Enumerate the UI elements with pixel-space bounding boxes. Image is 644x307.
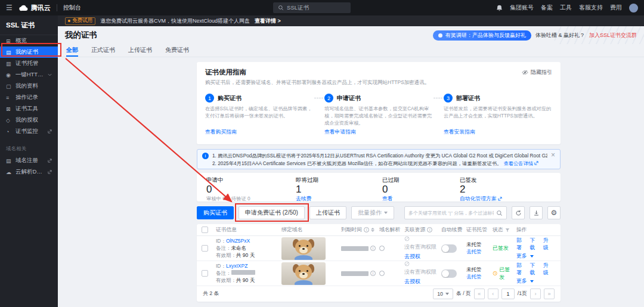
promo-text: 邀您免费试用云服务器CVM，快速使用NextCloud搭建个人网盘 — [100, 17, 250, 25]
more-link[interactable]: 更多 — [516, 278, 527, 285]
tab-free-certs[interactable]: 免费证书 — [165, 44, 189, 57]
auto-renew-toggle[interactable] — [441, 244, 457, 253]
tab-all[interactable]: 全部 — [66, 44, 78, 57]
external-link-icon — [534, 161, 538, 165]
hamburger-menu-icon[interactable]: ☰ — [6, 4, 13, 12]
row-checkbox[interactable] — [202, 270, 208, 277]
sidebar-item-cert-tools[interactable]: ⊠ 证书工具 — [0, 103, 58, 114]
first-page-button[interactable]: « — [474, 289, 485, 299]
hosting-status: 未托管 — [466, 266, 482, 273]
batch-operations-button[interactable]: 批量操作 — [351, 206, 394, 219]
sidebar-item-label: 证书监控 — [16, 128, 38, 135]
filter-funnel-icon[interactable] — [505, 228, 510, 232]
search-input[interactable] — [408, 210, 494, 216]
sidebar-item-my-authorization[interactable]: ◇ 我的授权 — [0, 114, 58, 126]
nav-support[interactable]: 客服支持 — [579, 4, 603, 12]
no-permission-icon — [404, 261, 410, 266]
upgrade-link[interactable]: 升级 — [543, 262, 553, 277]
nav-icp-filing[interactable]: 备案 — [541, 4, 553, 12]
stat-value: 1 — [296, 184, 382, 195]
buy-certificate-button[interactable]: 购买证书 — [197, 206, 234, 219]
automation-link[interactable]: 自动化管理方案 — [460, 195, 551, 201]
more-link[interactable]: 更多 — [516, 253, 527, 260]
hosting-link[interactable]: 去托管 — [466, 274, 482, 280]
bell-icon[interactable] — [496, 5, 503, 11]
sidebar-item-cert-hosting[interactable]: ▥ 证书托管 — [0, 58, 58, 69]
close-icon[interactable]: × — [551, 152, 555, 166]
next-page-button[interactable]: › — [530, 289, 541, 299]
chevron-down-icon — [384, 212, 388, 214]
download-link[interactable]: 下载 — [530, 262, 540, 277]
auto-renew-toggle[interactable] — [441, 269, 457, 278]
promo-details-link[interactable]: 查看详情 > — [255, 17, 281, 25]
authorize-link[interactable]: 去授权 — [404, 278, 420, 286]
sidebar-item-label: 证书托管 — [16, 60, 38, 67]
authorization-icon: ◇ — [6, 117, 12, 123]
stat-applying: 申请中 0 审核中 0 待验证 0 — [206, 176, 296, 198]
prev-page-button[interactable]: ‹ — [488, 289, 499, 299]
sidebar-item-my-certificates[interactable]: ▤ 我的证书 — [0, 46, 58, 58]
info-icon: i — [370, 271, 376, 276]
nav-tools[interactable]: 工具 — [560, 4, 572, 12]
sidebar-item-my-profile[interactable]: ▢ 我的资料 — [0, 80, 58, 92]
view-expired-link[interactable]: 查看 — [382, 195, 460, 201]
topbar-search[interactable]: SSL证书 — [273, 2, 351, 13]
page-size-select[interactable]: 10 — [433, 289, 453, 299]
download-button[interactable] — [530, 206, 543, 219]
deploy-link[interactable]: 部署 — [516, 237, 527, 252]
select-all-checkbox[interactable] — [202, 227, 208, 233]
tab-uploaded-certs[interactable]: 上传证书 — [128, 44, 152, 57]
sidebar-item-operation-log[interactable]: ≡ 操作记录 — [0, 92, 58, 103]
download-link[interactable]: 下载 — [530, 237, 540, 252]
external-link-icon — [498, 197, 502, 201]
announcement-link[interactable]: 查看公告详情 — [503, 160, 538, 167]
sidebar-item-label: 云解析DNS — [16, 168, 44, 176]
sidebar-item-cert-monitor[interactable]: ◔ 证书监控 — [0, 126, 58, 137]
tab-paid-certs[interactable]: 正式证书 — [91, 44, 115, 57]
row-checkbox[interactable] — [202, 245, 208, 252]
sidebar-item-overview[interactable]: ⊞ 概览 — [0, 35, 58, 46]
nav-group-account[interactable]: 集团账号 — [510, 4, 534, 12]
step-number-badge: 3 — [444, 94, 453, 103]
certificate-id-link[interactable]: LxyxIXPZ — [226, 263, 247, 269]
sidebar-item-domain-registration[interactable]: ▤ 域名注册 — [0, 155, 58, 166]
settings-button[interactable]: ⚙ — [547, 206, 561, 219]
deploy-guide-link[interactable]: 查看安装指南 — [444, 129, 475, 136]
stat-sub: 审核中 0 待验证 0 — [206, 195, 296, 201]
apply-guide-link[interactable]: 查看申请指南 — [324, 129, 356, 136]
renew-link[interactable]: 去续费 — [296, 195, 382, 201]
sidebar-item-one-click-https[interactable]: ◉ 一键HTTPS — [0, 69, 58, 80]
community-link[interactable]: 加入SSL证书交流群 — [589, 32, 637, 39]
user-avatar[interactable] — [629, 4, 638, 13]
sidebar-item-dnspod[interactable]: ☁ 云解析DNS — [0, 166, 58, 178]
survey-banner-text: 有奖调研：产品体验与反馈赢好礼 — [445, 32, 526, 39]
deploy-link[interactable]: 部署 — [516, 262, 527, 277]
download-icon — [533, 210, 540, 216]
certificate-id-link[interactable]: OlNZ5PxX — [226, 238, 250, 244]
console-link[interactable]: 控制台 — [63, 4, 81, 12]
current-page-input[interactable]: 1 — [501, 289, 515, 299]
refresh-button[interactable] — [512, 206, 525, 219]
column-status[interactable]: 状态 — [493, 227, 516, 234]
last-page-button[interactable]: » — [544, 289, 555, 299]
stat-label: 申请中 — [206, 176, 296, 184]
hosting-link[interactable]: 去托管 — [466, 249, 482, 255]
guide-subtitle: 购买证书后，还需要验证域名、并将证书部署到服务器或云产品上，才可实现网站HTTP… — [205, 79, 552, 86]
sort-icon[interactable] — [371, 228, 374, 232]
usage-guide-card: 证书使用指南 隐藏指引 购买证书后，还需要验证域名、并将证书部署到服务器或云产品… — [197, 62, 561, 144]
step-description: 填写域名信息、证书基本参数，提交至CA机构审核，期间需要完成域名验证，企业型证书… — [324, 106, 433, 128]
buy-guide-link[interactable]: 查看购买指南 — [205, 129, 237, 136]
upload-certificate-button[interactable]: 上传证书 — [309, 206, 346, 219]
nav-billing[interactable]: 费用 — [610, 4, 622, 12]
tencent-cloud-logo[interactable]: 腾讯云 — [18, 4, 51, 13]
hide-guide-button[interactable]: 隐藏指引 — [522, 69, 552, 76]
survey-banner[interactable]: 有奖调研：产品体验与反馈赢好礼 — [433, 30, 531, 41]
search-icon[interactable] — [496, 210, 503, 216]
upgrade-link[interactable]: 升级 — [543, 237, 553, 252]
authorize-link[interactable]: 去授权 — [404, 253, 420, 261]
stat-value: 0 — [206, 184, 296, 195]
column-expiry[interactable]: 到期时间i — [341, 227, 379, 234]
apply-free-certificate-button[interactable]: 申请免费证书 (2/50) — [239, 206, 305, 219]
step-title: 部署证书 — [456, 94, 480, 103]
divider — [57, 4, 57, 11]
